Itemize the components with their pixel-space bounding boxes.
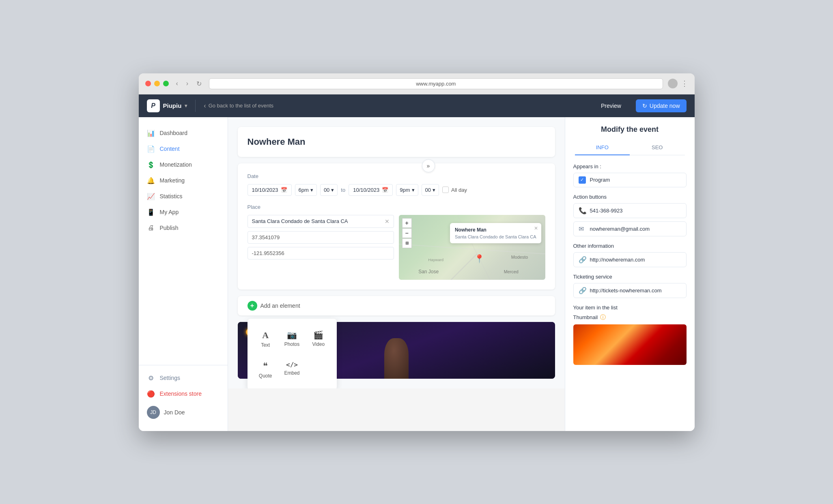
person-silhouette xyxy=(384,338,409,379)
map-zoom-out-button[interactable]: − xyxy=(402,228,412,238)
update-icon: ↻ xyxy=(642,103,647,109)
sidebar-item-myapp-label: My App xyxy=(160,209,179,215)
picker-quote-label: Quote xyxy=(259,373,272,379)
svg-text:Hayward: Hayward xyxy=(428,257,443,262)
map-layers-button[interactable]: ⊞ xyxy=(402,238,412,248)
sidebar-spacer xyxy=(139,236,228,365)
traffic-lights xyxy=(145,81,169,86)
panel-collapse-toggle[interactable]: » xyxy=(422,159,435,172)
picker-item-embed[interactable]: </> Embed xyxy=(280,356,303,384)
sidebar: 📊 Dashboard 📄 Content 💲 Monetization 🔔 M… xyxy=(139,117,228,431)
content-icon: 📄 xyxy=(147,145,155,153)
email-field[interactable]: ✉ nowhereman@gmail.com xyxy=(573,221,687,236)
brand-chevron-icon[interactable]: ▾ xyxy=(185,103,187,109)
picker-item-video[interactable]: 🎬 Video xyxy=(307,325,330,353)
publish-icon: 🖨 xyxy=(147,224,155,232)
phone-field[interactable]: 📞 541-368-9923 xyxy=(573,203,687,218)
lat-input[interactable]: 37.3541079 xyxy=(248,231,394,244)
sidebar-item-extensions-label: Extensions store xyxy=(160,390,202,397)
browser-menu-button[interactable]: ⋮ xyxy=(681,79,688,88)
sidebar-item-settings[interactable]: ⚙ Settings xyxy=(139,370,228,386)
allday-label: All day xyxy=(451,187,467,193)
back-nav-button[interactable]: ‹ xyxy=(174,79,181,88)
end-hour-select[interactable]: 9pm ▾ xyxy=(396,184,418,196)
update-now-button[interactable]: ↻ Update now xyxy=(636,99,687,112)
preview-button[interactable]: Preview xyxy=(594,99,628,112)
photos-icon: 📷 xyxy=(287,330,297,340)
sidebar-item-statistics-label: Statistics xyxy=(160,193,183,199)
start-date-value: 10/10/2023 xyxy=(252,187,278,193)
forward-nav-button[interactable]: › xyxy=(184,79,191,88)
end-date-input[interactable]: 10/10/2023 📅 xyxy=(349,184,393,196)
monetization-icon: 💲 xyxy=(147,161,155,169)
map-popup: ✕ Nowhere Man Santa Clara Condado de San… xyxy=(450,223,541,243)
end-min-select[interactable]: 00 ▾ xyxy=(422,184,439,196)
map-pin: 📍 xyxy=(474,254,484,264)
maximize-button[interactable] xyxy=(163,81,169,86)
ticketing-label: Ticketing service xyxy=(573,274,687,280)
date-label: Date xyxy=(248,173,545,179)
embed-icon: </> xyxy=(286,361,298,369)
action-buttons-label: Action buttons xyxy=(573,194,687,200)
address-value: Santa Clara Condado de Santa Clara CA xyxy=(252,218,385,224)
add-element-row[interactable]: + Add an element xyxy=(238,296,555,315)
map-container: Sacramento Modesto Merced San Jose Haywa… xyxy=(399,215,545,280)
sidebar-item-content[interactable]: 📄 Content xyxy=(139,141,228,157)
brand-icon: P xyxy=(147,99,160,112)
appears-in-checkbox[interactable]: ✓ xyxy=(579,176,586,184)
allday-checkbox[interactable] xyxy=(442,187,449,193)
svg-text:Modesto: Modesto xyxy=(511,255,527,260)
picker-item-text[interactable]: A Text xyxy=(254,325,277,353)
close-button[interactable] xyxy=(145,81,151,86)
map-background: Sacramento Modesto Merced San Jose Haywa… xyxy=(399,215,545,280)
picker-text-label: Text xyxy=(261,342,270,348)
map-zoom-in-button[interactable]: + xyxy=(402,218,412,228)
address-clear-icon[interactable]: ✕ xyxy=(385,218,390,225)
tab-info[interactable]: INFO xyxy=(575,140,630,155)
sidebar-item-statistics[interactable]: 📈 Statistics xyxy=(139,189,228,204)
back-to-events-link[interactable]: ‹ Go back to the list of events xyxy=(204,102,273,109)
lng-input[interactable]: -121.9552356 xyxy=(248,247,394,260)
browser-window: ‹ › ↻ www.myapp.com ⋮ P Piupiu ▾ ‹ Go ba… xyxy=(139,73,695,431)
sidebar-item-publish-label: Publish xyxy=(160,225,179,231)
start-date-input[interactable]: 10/10/2023 📅 xyxy=(248,184,292,196)
email-icon: ✉ xyxy=(579,225,586,233)
picker-item-photos[interactable]: 📷 Photos xyxy=(280,325,303,353)
right-panel: Modify the event INFO SEO Appears in : ✓… xyxy=(565,117,695,431)
calendar-icon: 📅 xyxy=(281,187,287,193)
element-picker: A Text 📷 Photos 🎬 Video xyxy=(248,319,337,388)
user-name: Jon Doe xyxy=(164,409,185,416)
sidebar-item-monetization[interactable]: 💲 Monetization xyxy=(139,157,228,173)
ticketing-url-value: http://tickets-nowhereman.com xyxy=(590,287,662,294)
sidebar-item-content-label: Content xyxy=(160,146,180,152)
picker-item-quote[interactable]: ❝ Quote xyxy=(254,356,277,384)
refresh-nav-button[interactable]: ↻ xyxy=(194,79,204,88)
ticketing-field[interactable]: 🔗 http://tickets-nowhereman.com xyxy=(573,283,687,298)
map-popup-close-button[interactable]: ✕ xyxy=(534,225,538,231)
app-container: P Piupiu ▾ ‹ Go back to the list of even… xyxy=(139,94,695,431)
event-title-input[interactable] xyxy=(248,137,545,147)
place-label: Place xyxy=(248,204,545,210)
sidebar-item-publish[interactable]: 🖨 Publish xyxy=(139,220,228,236)
sidebar-item-extensions[interactable]: 🔴 Extensions store xyxy=(139,386,228,402)
event-details-card: Date 10/10/2023 📅 6pm ▾ xyxy=(238,163,555,290)
phone-icon: 📞 xyxy=(579,207,586,214)
address-input[interactable]: Santa Clara Condado de Santa Clara CA ✕ xyxy=(248,215,394,228)
appears-in-label: Appears in : xyxy=(573,163,687,169)
address-bar[interactable]: www.myapp.com xyxy=(209,78,663,89)
sidebar-bottom: ⚙ Settings 🔴 Extensions store JD Jon Doe xyxy=(139,365,228,423)
calendar-end-icon: 📅 xyxy=(382,187,388,193)
website-field[interactable]: 🔗 http://nowhereman.com xyxy=(573,252,687,267)
end-hour-value: 9pm xyxy=(400,187,410,193)
sidebar-item-myapp[interactable]: 📱 My App xyxy=(139,204,228,220)
minimize-button[interactable] xyxy=(154,81,160,86)
website-value: http://nowhereman.com xyxy=(590,257,645,263)
tab-seo[interactable]: SEO xyxy=(630,140,685,155)
start-hour-select[interactable]: 6pm ▾ xyxy=(295,184,317,196)
sidebar-item-dashboard[interactable]: 📊 Dashboard xyxy=(139,125,228,141)
sidebar-item-marketing[interactable]: 🔔 Marketing xyxy=(139,173,228,189)
update-label: Update now xyxy=(650,103,680,109)
event-title-card xyxy=(238,127,555,157)
sidebar-item-marketing-label: Marketing xyxy=(160,177,185,184)
start-min-select[interactable]: 00 ▾ xyxy=(320,184,338,196)
